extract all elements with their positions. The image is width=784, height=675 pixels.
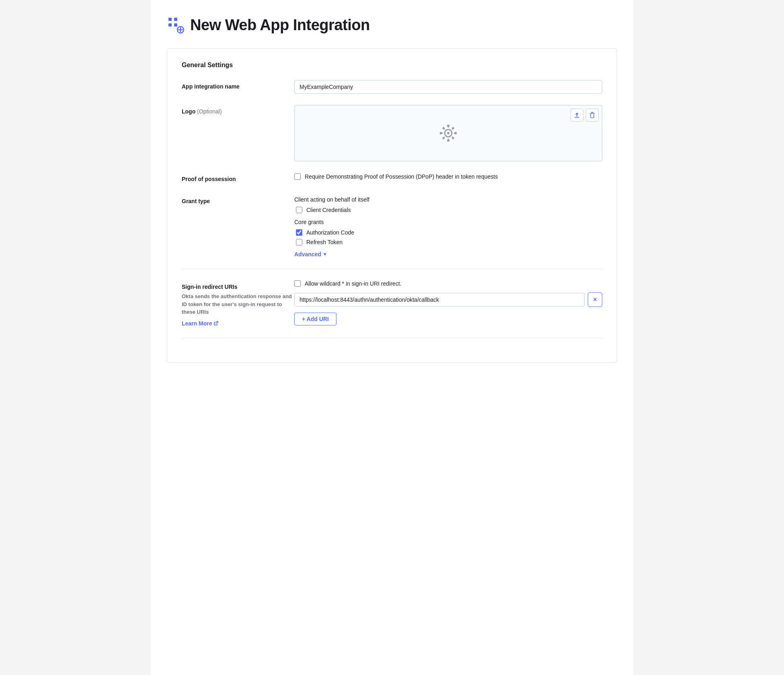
proof-checkbox-label[interactable]: Require Demonstrating Proof of Possessio… [305,173,498,181]
svg-rect-23 [455,132,457,134]
authorization-code-label[interactable]: Authorization Code [306,229,354,236]
general-settings-section: General Settings App integration name Lo… [182,62,602,257]
uri-clear-button[interactable]: × [588,292,602,307]
grant-type-row: Grant type Client acting on behalf of it… [182,195,602,257]
add-uri-label: + Add URI [302,316,329,322]
section-divider-2 [182,338,602,338]
refresh-token-label[interactable]: Refresh Token [306,239,343,245]
sign-in-redirect-row: Sign-in redirect URIs Okta sends the aut… [182,280,602,327]
proof-label: Proof of possession [182,173,294,182]
svg-rect-20 [447,125,449,127]
proof-checkbox[interactable] [294,173,301,180]
authorization-code-checkbox[interactable] [296,229,302,236]
logo-label: Logo (Optional) [182,105,294,115]
svg-rect-21 [447,140,449,142]
svg-rect-7 [575,117,579,118]
learn-more-link[interactable]: Learn More [182,320,218,327]
core-grants-group: Core grants Authorization Code Refresh T… [294,219,602,245]
app-name-label: App integration name [182,80,294,90]
logo-upload-button[interactable] [571,109,583,121]
wildcard-label[interactable]: Allow wildcard * in sign-in URI redirect… [305,280,401,287]
wildcard-row: Allow wildcard * in sign-in URI redirect… [294,280,602,287]
svg-rect-22 [440,132,442,134]
logo-upload-buttons [571,109,599,121]
sign-in-description: Okta sends the authentication response a… [182,292,294,316]
grant-type-control: Client acting on behalf of itself Client… [294,195,602,257]
client-credentials-item: Client Credentials [294,207,602,213]
app-name-input[interactable] [294,80,602,94]
chevron-down-icon: ▾ [324,251,326,257]
proof-row: Proof of possession Require Demonstratin… [182,173,602,183]
grant-type-label: Grant type [182,195,294,204]
uri-input-row: × [294,292,602,307]
general-settings-title: General Settings [182,62,602,69]
external-link-icon [213,321,218,326]
sign-in-label-block: Sign-in redirect URIs Okta sends the aut… [182,280,294,327]
advanced-toggle-button[interactable]: Advanced ▾ [294,251,326,257]
grid-plus-icon [167,16,185,34]
refresh-token-item: Refresh Token [294,239,602,245]
learn-more-label: Learn More [182,320,212,327]
trash-icon [589,112,595,118]
logo-row: Logo (Optional) [182,105,602,161]
client-credentials-checkbox[interactable] [296,207,302,213]
svg-rect-0 [168,18,172,21]
svg-point-11 [447,132,449,134]
client-credentials-label[interactable]: Client Credentials [306,207,351,213]
app-name-row: App integration name [182,80,602,94]
svg-rect-3 [174,23,177,27]
logo-control [294,105,602,161]
core-grants-label: Core grants [294,219,602,225]
logo-placeholder-icon [438,123,458,143]
sign-in-section-label: Sign-in redirect URIs [182,282,294,290]
logo-delete-button[interactable] [586,109,599,121]
svg-rect-1 [174,18,177,21]
proof-checkbox-row: Require Demonstrating Proof of Possessio… [294,173,602,181]
page-header: New Web App Integration [167,16,617,34]
client-acting-group: Client acting on behalf of itself Client… [294,196,602,213]
uri-clear-icon: × [593,296,597,303]
authorization-code-item: Authorization Code [294,229,602,236]
main-card: General Settings App integration name Lo… [167,48,617,363]
refresh-token-checkbox[interactable] [296,239,302,245]
uri-input[interactable] [294,293,585,307]
app-name-control [294,80,602,94]
section-divider-1 [182,269,602,269]
add-uri-button[interactable]: + Add URI [294,313,337,325]
proof-control: Require Demonstrating Proof of Possessio… [294,173,602,183]
client-acting-label: Client acting on behalf of itself [294,196,602,203]
page-title: New Web App Integration [190,16,370,34]
wildcard-checkbox[interactable] [294,280,301,287]
svg-rect-2 [168,23,172,27]
logo-upload-area[interactable] [294,105,602,161]
upload-icon [574,112,580,118]
sign-in-control: Allow wildcard * in sign-in URI redirect… [294,280,602,325]
svg-rect-8 [590,113,595,114]
advanced-label: Advanced [294,251,321,257]
svg-rect-9 [591,112,593,113]
